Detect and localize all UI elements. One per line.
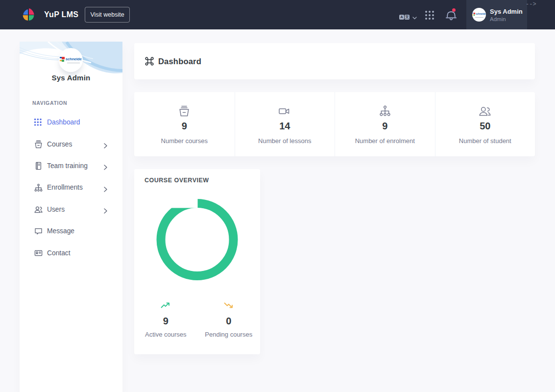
course-overview-card: COURSE OVERVIEW 9 Active courses <box>134 169 260 354</box>
legend-pending-courses: 0 Pending courses <box>197 300 261 338</box>
sidebar-item-courses[interactable]: Courses <box>20 133 122 155</box>
sidebar-item-label: Team training <box>47 162 88 170</box>
sidebar-item-label: Contact <box>47 249 71 257</box>
sidebar-item-users[interactable]: Users <box>20 199 122 220</box>
page-title-card: Dashboard <box>134 43 535 79</box>
stat-label: Number of student <box>435 137 535 145</box>
stat-value: 50 <box>435 121 535 132</box>
brand-logo-icon <box>23 8 34 21</box>
stat-value: 14 <box>235 121 335 132</box>
stat-number-students: 50 Number of student <box>435 92 535 156</box>
trending-down-icon <box>197 300 261 310</box>
page-title: Dashboard <box>145 43 201 79</box>
chevron-right-icon <box>104 185 107 194</box>
users-icon <box>435 105 535 117</box>
legend-value: 0 <box>197 316 261 326</box>
archive-icon <box>134 105 235 117</box>
sidebar-nav: Dashboard Courses <box>20 112 122 264</box>
organization-logo-badge: schneide <box>59 48 83 72</box>
language-menu[interactable]: A 文 <box>399 12 417 22</box>
comment-arrow-artifact: --> <box>526 1 536 8</box>
sidebar-item-label: Enrollments <box>47 184 83 192</box>
sidebar-profile-name: Sys Admin <box>20 74 122 82</box>
course-overview-donut-chart <box>150 193 244 286</box>
page-title-text: Dashboard <box>158 57 201 66</box>
sidebar-item-contact[interactable]: Contact <box>20 242 122 264</box>
legend-active-courses: 9 Active courses <box>134 300 197 338</box>
stats-row: 9 Number courses 14 Number of lessons <box>134 92 535 156</box>
chat-icon <box>34 227 43 236</box>
organization-logo-tagline <box>67 63 80 63</box>
organization-logo-text: schneide <box>66 57 82 61</box>
donut-ring <box>161 203 234 276</box>
legend-label: Active courses <box>134 331 197 338</box>
course-overview-title: COURSE OVERVIEW <box>145 177 209 184</box>
sidebar-item-label: Users <box>47 206 65 214</box>
stat-number-lessons: 14 Number of lessons <box>235 92 335 156</box>
sidebar-item-team-training[interactable]: Team training <box>20 155 122 177</box>
stat-number-courses: 9 Number courses <box>134 92 235 156</box>
sidebar-item-message[interactable]: Message <box>20 220 122 242</box>
stat-label: Number of lessons <box>235 137 335 145</box>
sitemap-icon <box>335 105 435 117</box>
sidebar-item-label: Courses <box>47 141 72 148</box>
sidebar-item-enrollments[interactable]: Enrollments <box>20 177 122 198</box>
legend-value: 9 <box>134 316 197 326</box>
sidebar: schneide Sys Admin NAVIGATION Dashboard <box>20 42 122 392</box>
stat-label: Number courses <box>134 137 235 145</box>
legend-label: Pending courses <box>197 331 261 338</box>
chevron-right-icon <box>104 142 107 150</box>
notifications-bell-icon[interactable] <box>446 8 458 22</box>
chevron-down-icon <box>412 13 417 22</box>
topbar: YuP LMS Visit website A 文 schneide <box>0 0 555 29</box>
trending-up-icon <box>134 300 197 310</box>
apps-grid-icon <box>34 119 43 127</box>
journal-icon <box>34 162 43 170</box>
translate-icon: A <box>399 15 404 20</box>
apps-grid-icon[interactable] <box>425 11 434 20</box>
archive-icon <box>34 140 43 148</box>
id-card-icon <box>34 249 43 257</box>
brand-title: YuP LMS <box>44 0 78 29</box>
stat-value: 9 <box>134 121 235 132</box>
user-avatar: schneide <box>472 8 486 22</box>
sidebar-item-dashboard[interactable]: Dashboard <box>20 112 122 133</box>
chart-legend: 9 Active courses 0 Pending courses <box>134 300 260 338</box>
stat-value: 9 <box>335 121 435 132</box>
video-icon <box>235 105 335 117</box>
donut-gap-notch <box>167 196 198 208</box>
command-icon <box>145 57 154 66</box>
chevron-right-icon <box>104 163 107 172</box>
sidebar-item-label: Message <box>47 227 74 235</box>
translate-icon-alt: 文 <box>405 15 410 20</box>
notification-badge <box>452 8 456 12</box>
user-role: Admin <box>490 16 506 22</box>
stat-label: Number of enrolment <box>335 137 435 145</box>
sidebar-nav-heading: NAVIGATION <box>32 100 67 106</box>
sitemap-icon <box>34 184 43 192</box>
chevron-right-icon <box>104 207 107 216</box>
users-icon <box>34 205 43 214</box>
sidebar-item-label: Dashboard <box>47 119 80 126</box>
stat-number-enrolment: 9 Number of enrolment <box>335 92 435 156</box>
user-menu[interactable]: schneide Sys Admin Admin <box>466 0 527 29</box>
visit-website-button[interactable]: Visit website <box>85 7 130 23</box>
user-name: Sys Admin <box>490 8 523 15</box>
